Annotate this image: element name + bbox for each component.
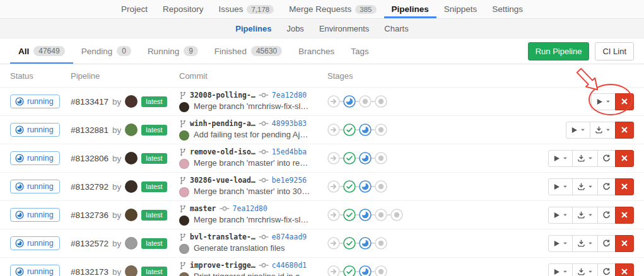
tab-pending[interactable]: Pending 0 <box>73 38 139 64</box>
stage-created-icon[interactable] <box>375 209 387 221</box>
commit-sha-link[interactable]: e874aad9 <box>272 232 307 242</box>
user-avatar[interactable] <box>125 209 138 221</box>
cancel-pipeline-button[interactable] <box>615 235 634 252</box>
commit-message-link[interactable]: Merge branch 'master' into 30… <box>194 186 310 197</box>
stage-created-icon[interactable] <box>375 237 387 250</box>
stage-created-icon[interactable] <box>359 95 372 108</box>
branch-link[interactable]: winh-pending-a… <box>190 118 255 129</box>
branch-link[interactable]: remove-old-iso… <box>190 147 255 157</box>
branch-link[interactable]: improve-trigge… <box>190 260 255 270</box>
status-badge[interactable]: running <box>10 123 60 137</box>
status-badge[interactable]: running <box>10 95 60 108</box>
pipeline-id-link[interactable]: #8132173 <box>71 267 108 276</box>
commit-message-link[interactable]: Generate translation files <box>194 243 285 254</box>
stage-created-icon[interactable] <box>375 124 387 136</box>
nav-settings[interactable]: Settings <box>484 0 530 18</box>
subnav-charts[interactable]: Charts <box>377 24 416 33</box>
cancel-pipeline-button[interactable] <box>615 178 634 195</box>
tab-all[interactable]: All 47649 <box>10 38 73 64</box>
nav-merge-requests[interactable]: Merge Requests 385 <box>281 0 383 18</box>
cancel-pipeline-button[interactable] <box>615 150 634 167</box>
commit-message-link[interactable]: Add failing test for pending Aj… <box>194 129 308 141</box>
artifacts-download-dropdown-button[interactable] <box>572 207 598 224</box>
commit-author-avatar[interactable] <box>179 244 189 254</box>
nav-project[interactable]: Project <box>114 0 155 18</box>
subnav-jobs[interactable]: Jobs <box>279 24 311 33</box>
stage-running-icon[interactable] <box>343 95 356 108</box>
commit-sha-link[interactable]: 7ea12d80 <box>272 90 307 100</box>
run-pipeline-button[interactable]: Run Pipeline <box>528 42 590 60</box>
stage-skipped-icon[interactable] <box>327 237 340 250</box>
cancel-pipeline-button[interactable] <box>615 93 634 110</box>
stage-skipped-icon[interactable] <box>327 180 340 193</box>
commit-author-avatar[interactable] <box>179 159 189 169</box>
commit-author-avatar[interactable] <box>179 130 189 141</box>
stage-skipped-icon[interactable] <box>327 124 340 136</box>
pipeline-id-link[interactable]: #8132736 <box>71 210 108 220</box>
commit-sha-link[interactable]: be1e9256 <box>272 175 307 185</box>
pipeline-id-link[interactable]: #8133417 <box>71 97 108 106</box>
commit-author-avatar[interactable] <box>179 102 189 112</box>
branch-link[interactable]: bvl-translate-… <box>190 232 255 242</box>
commit-sha-link[interactable]: c44680d1 <box>272 260 307 270</box>
artifacts-download-dropdown-button[interactable] <box>590 122 616 139</box>
stage-running-icon[interactable] <box>359 152 372 164</box>
play-dropdown-button[interactable] <box>548 207 573 224</box>
cancel-pipeline-button[interactable] <box>615 207 634 224</box>
stage-running-icon[interactable] <box>359 237 372 250</box>
play-dropdown-button[interactable] <box>548 178 573 195</box>
user-avatar[interactable] <box>125 95 138 108</box>
play-dropdown-button[interactable] <box>548 235 573 252</box>
stage-created-icon[interactable] <box>375 180 387 193</box>
artifacts-download-dropdown-button[interactable] <box>572 150 598 167</box>
tab-finished[interactable]: Finished 45630 <box>206 38 290 64</box>
stage-passed-icon[interactable] <box>343 265 356 276</box>
commit-sha-link[interactable]: 48993b83 <box>272 118 307 129</box>
stage-skipped-icon[interactable] <box>327 95 340 108</box>
commit-sha-link[interactable]: 7ea12d80 <box>233 204 267 214</box>
stage-passed-icon[interactable] <box>343 237 356 250</box>
stage-created-icon[interactable] <box>375 95 387 108</box>
stage-running-icon[interactable] <box>359 180 372 193</box>
stage-created-icon[interactable] <box>390 209 403 221</box>
commit-message-link[interactable]: Merge branch 'mrchrisw-fix-sl… <box>194 101 308 112</box>
pipeline-id-link[interactable]: #8132806 <box>71 154 108 163</box>
status-badge[interactable]: running <box>10 151 60 165</box>
retry-pipeline-button[interactable] <box>597 178 616 195</box>
pipeline-id-link[interactable]: #8132572 <box>71 239 108 248</box>
commit-message-link[interactable]: Print triggered pipeline id in a… <box>194 271 308 276</box>
tab-branches[interactable]: Branches <box>290 38 342 64</box>
stage-running-icon[interactable] <box>359 124 372 136</box>
stage-skipped-icon[interactable] <box>327 152 340 164</box>
tab-running[interactable]: Running 9 <box>139 38 206 64</box>
play-dropdown-button[interactable] <box>548 150 573 167</box>
user-avatar[interactable] <box>125 237 138 250</box>
user-avatar[interactable] <box>125 265 138 276</box>
stage-created-icon[interactable] <box>375 265 387 276</box>
branch-link[interactable]: 32008-polling-… <box>190 90 255 100</box>
play-dropdown-button[interactable] <box>591 93 616 110</box>
status-badge[interactable]: running <box>10 236 60 250</box>
branch-link[interactable]: master <box>190 204 216 214</box>
stage-passed-icon[interactable] <box>343 152 356 164</box>
stage-created-icon[interactable] <box>375 152 387 164</box>
stage-running-icon[interactable] <box>359 265 372 276</box>
status-badge[interactable]: running <box>10 208 60 222</box>
pipeline-id-link[interactable]: #8132792 <box>71 182 108 192</box>
artifacts-download-dropdown-button[interactable] <box>572 178 598 195</box>
subnav-environments[interactable]: Environments <box>312 24 377 33</box>
status-badge[interactable]: running <box>10 180 60 193</box>
tab-tags[interactable]: Tags <box>342 38 377 64</box>
user-avatar[interactable] <box>125 180 138 193</box>
stage-skipped-icon[interactable] <box>327 265 340 276</box>
branch-link[interactable]: 30286-vue-load… <box>190 175 255 185</box>
cancel-pipeline-button[interactable] <box>615 263 634 276</box>
retry-pipeline-button[interactable] <box>597 235 616 252</box>
nav-issues[interactable]: Issues 7,178 <box>211 0 281 18</box>
stage-running-icon[interactable] <box>359 209 372 221</box>
commit-author-avatar[interactable] <box>179 187 189 197</box>
retry-pipeline-button[interactable] <box>597 263 616 276</box>
stage-passed-icon[interactable] <box>343 209 356 221</box>
status-badge[interactable]: running <box>10 265 60 276</box>
play-dropdown-button[interactable] <box>566 122 590 139</box>
